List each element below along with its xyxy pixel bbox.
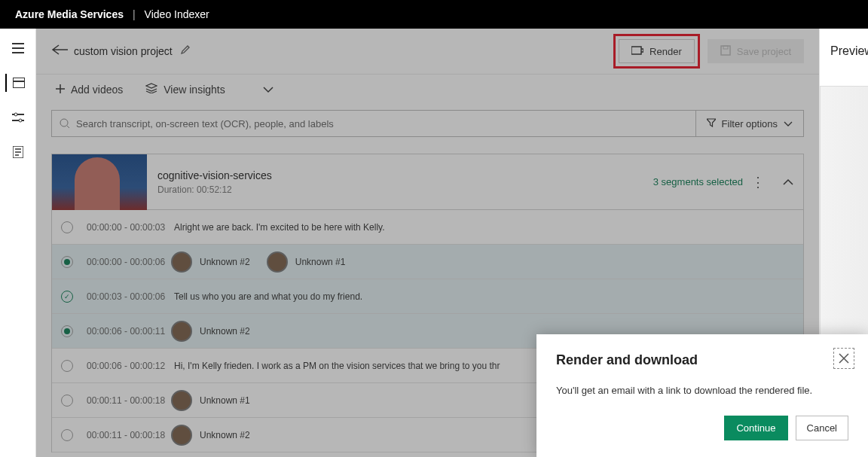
select-circle[interactable] <box>61 325 73 337</box>
segments-selected-label: 3 segments selected <box>593 176 743 187</box>
select-circle[interactable] <box>61 429 73 441</box>
select-circle[interactable] <box>61 360 73 372</box>
toolbar-chevron-down[interactable] <box>258 83 278 96</box>
avatar <box>171 390 192 411</box>
close-icon[interactable] <box>833 348 854 369</box>
clip-duration: Duration: 00:52:12 <box>157 184 593 195</box>
speaker-name: Unknown #2 <box>200 326 250 337</box>
svg-point-2 <box>19 119 22 122</box>
chevron-down-icon <box>784 118 793 129</box>
clip-thumbnail[interactable] <box>52 154 147 210</box>
segment-text: Alright we are back. I'm excited to be h… <box>174 222 385 233</box>
time-range: 00:00:03 - 00:00:06 <box>87 291 171 302</box>
render-label: Render <box>649 46 682 57</box>
speaker-name: Unknown #1 <box>200 395 250 406</box>
speaker-name: Unknown #1 <box>295 257 346 267</box>
continue-button[interactable]: Continue <box>724 416 787 440</box>
add-videos-button[interactable]: Add videos <box>51 81 127 99</box>
separator: | <box>133 8 136 20</box>
search-placeholder: Search transcript, on-screen text (OCR),… <box>76 118 334 129</box>
search-input[interactable]: Search transcript, on-screen text (OCR),… <box>51 110 696 137</box>
svg-rect-4 <box>631 47 641 54</box>
avatar <box>171 321 192 342</box>
hamburger-icon[interactable] <box>6 39 30 57</box>
back-icon[interactable] <box>51 44 66 58</box>
projects-icon[interactable] <box>5 74 29 92</box>
more-icon[interactable]: ⋮ <box>743 174 773 190</box>
settings-sliders-icon[interactable] <box>6 108 30 126</box>
select-circle[interactable] <box>61 256 73 268</box>
time-range: 00:00:11 - 00:00:18 <box>87 395 171 406</box>
time-range: 00:00:11 - 00:00:18 <box>87 430 171 440</box>
render-highlight: Render <box>613 34 700 69</box>
select-circle[interactable] <box>61 221 73 233</box>
project-name: custom vision project <box>74 45 173 57</box>
time-range: 00:00:00 - 00:00:03 <box>87 222 171 233</box>
segment-row[interactable]: 00:00:00 - 00:00:03 Alright we are back.… <box>52 210 803 245</box>
layers-icon <box>145 83 157 96</box>
transcript-icon[interactable] <box>6 143 30 161</box>
dialog-title: Render and download <box>556 352 848 368</box>
svg-point-1 <box>14 113 17 116</box>
save-label: Save project <box>737 46 791 57</box>
speaker-name: Unknown #2 <box>200 257 250 267</box>
titlebar: Azure Media Services | Video Indexer <box>0 0 868 29</box>
left-rail <box>0 29 36 457</box>
add-videos-label: Add videos <box>71 84 123 96</box>
time-range: 00:00:00 - 00:00:06 <box>87 257 171 267</box>
time-range: 00:00:06 - 00:00:11 <box>87 326 171 337</box>
filter-options-button[interactable]: Filter options <box>696 110 804 137</box>
save-project-button: Save project <box>708 39 804 63</box>
plus-icon <box>56 84 65 96</box>
cancel-button[interactable]: Cancel <box>796 416 848 440</box>
clip-title: cognitive-vision-services <box>157 169 593 181</box>
time-range: 00:00:06 - 00:00:12 <box>87 361 171 371</box>
save-icon <box>720 45 731 58</box>
feature-name: Video Indexer <box>145 8 209 20</box>
avatar <box>171 251 192 273</box>
segment-row[interactable]: 00:00:00 - 00:00:06 Unknown #2 Unknown #… <box>52 245 803 279</box>
product-name: Azure Media Services <box>15 8 124 20</box>
filter-label: Filter options <box>722 118 778 129</box>
segment-text: Tell us who you are and what you do my f… <box>174 291 362 302</box>
render-dialog: Render and download You'll get an email … <box>536 334 868 457</box>
view-insights-label: View insights <box>164 84 225 96</box>
svg-point-7 <box>60 119 68 126</box>
speaker-name: Unknown #2 <box>200 430 250 440</box>
filter-icon <box>707 118 716 129</box>
collapse-icon[interactable] <box>773 175 803 189</box>
project-header: custom vision project Render Save projec… <box>36 29 819 74</box>
avatar <box>267 251 288 273</box>
render-button[interactable]: Render <box>619 39 695 63</box>
edit-icon[interactable] <box>180 44 191 58</box>
svg-rect-0 <box>13 78 25 88</box>
render-icon <box>631 46 643 57</box>
svg-rect-5 <box>721 46 730 55</box>
search-icon <box>60 118 70 129</box>
toolbar: Add videos View insights <box>36 74 819 104</box>
preview-title: Preview <box>820 29 868 74</box>
avatar <box>171 425 192 446</box>
select-circle-check[interactable]: ✓ <box>61 291 73 303</box>
segment-row[interactable]: ✓ 00:00:03 - 00:00:06 Tell us who you ar… <box>52 279 803 314</box>
segment-text: Hi, I'm Kelly frieden. I work as a PM on… <box>174 361 500 371</box>
clip-header: cognitive-vision-services Duration: 00:5… <box>52 154 803 210</box>
view-insights-button[interactable]: View insights <box>141 80 229 99</box>
select-circle[interactable] <box>61 395 73 407</box>
dialog-body: You'll get an email with a link to downl… <box>556 385 848 396</box>
